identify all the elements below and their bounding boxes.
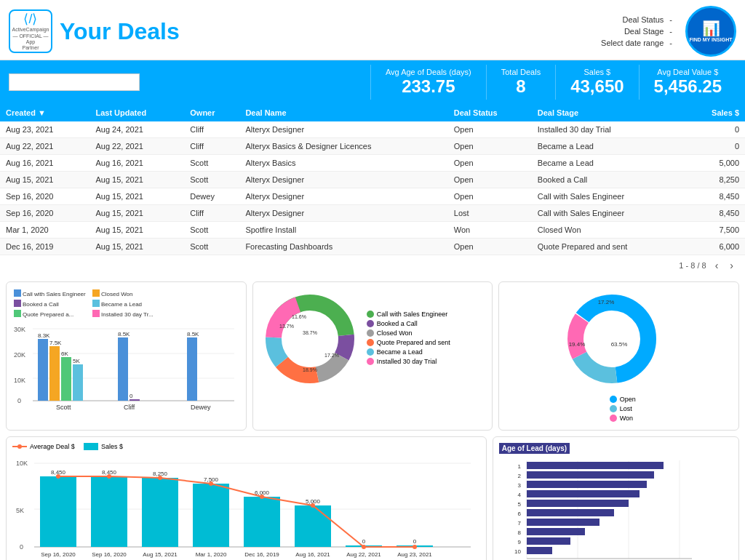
svg-text:17.2%: 17.2% bbox=[597, 299, 614, 305]
donut-chart2-box: 63.5% 19.4% 17.2% Open Lost Won bbox=[498, 281, 739, 431]
svg-point-88 bbox=[413, 545, 417, 549]
svg-text:17.2%: 17.2% bbox=[324, 353, 339, 358]
svg-rect-10 bbox=[92, 310, 100, 317]
svg-rect-75 bbox=[295, 505, 331, 547]
table-body: Aug 23, 2021Aug 24, 2021CliffAlteryx Des… bbox=[0, 121, 745, 255]
col-sales[interactable]: Sales $ bbox=[685, 104, 745, 121]
svg-rect-125 bbox=[527, 547, 552, 554]
horiz-chart-title: Age of Lead (days) bbox=[499, 443, 570, 454]
svg-point-85 bbox=[260, 495, 264, 499]
svg-text:0: 0 bbox=[20, 543, 23, 551]
svg-rect-67 bbox=[91, 476, 127, 547]
svg-text:63.5%: 63.5% bbox=[610, 341, 627, 348]
col-owner[interactable]: Owner bbox=[184, 104, 239, 121]
svg-text:9: 9 bbox=[517, 539, 521, 545]
table-row[interactable]: Aug 16, 2021Aug 16, 2021ScottAlteryx Bas… bbox=[0, 155, 745, 172]
svg-text:5: 5 bbox=[517, 501, 521, 508]
donut-chart2-svg: 63.5% 19.4% 17.2% bbox=[561, 288, 677, 390]
svg-text:Quote Prepared a...: Quote Prepared a... bbox=[23, 311, 73, 318]
svg-text:3: 3 bbox=[517, 482, 521, 489]
svg-rect-107 bbox=[527, 462, 664, 469]
prev-page-button[interactable]: ‹ bbox=[712, 258, 722, 273]
deal-status-filter: Deal Status - bbox=[591, 15, 672, 24]
table-row[interactable]: Sep 16, 2020Aug 15, 2021DeweyAlteryx Des… bbox=[0, 188, 745, 205]
total-deals-stat: Total Deals 8 bbox=[486, 65, 555, 100]
svg-rect-24 bbox=[61, 357, 71, 401]
svg-text:Dec 16, 2019: Dec 16, 2019 bbox=[244, 551, 279, 558]
table-row[interactable]: Sep 16, 2020Aug 15, 2021CliffAlteryx Des… bbox=[0, 205, 745, 222]
svg-text:30K: 30K bbox=[14, 326, 25, 333]
svg-text:4: 4 bbox=[517, 492, 521, 498]
svg-rect-2 bbox=[14, 300, 21, 307]
svg-text:Sep 16, 2020: Sep 16, 2020 bbox=[92, 551, 127, 558]
svg-point-81 bbox=[56, 474, 60, 479]
svg-text:20K: 20K bbox=[14, 351, 25, 359]
svg-text:Aug 22, 2021: Aug 22, 2021 bbox=[346, 551, 381, 558]
svg-text:10K: 10K bbox=[16, 460, 28, 467]
col-deal-stage[interactable]: Deal Stage bbox=[532, 104, 685, 121]
donut-chart1-svg: 38.7% 13.7% 11.6% 18.9% 17.2% bbox=[259, 288, 361, 390]
svg-rect-26 bbox=[73, 364, 83, 401]
header-right-area: Deal Status - Deal Stage - Select date r… bbox=[591, 6, 736, 57]
logo-icon: ⟨/⟩ bbox=[23, 11, 37, 27]
svg-rect-34 bbox=[187, 337, 197, 401]
svg-rect-0 bbox=[14, 289, 21, 297]
header: ⟨/⟩ ActiveCampaign — OFFICIAL — App Part… bbox=[0, 0, 745, 60]
svg-point-82 bbox=[107, 474, 111, 479]
next-page-button[interactable]: › bbox=[727, 258, 736, 273]
stats-items: Avg Age of Deals (days) 233.75 Total Dea… bbox=[140, 65, 736, 100]
svg-rect-6 bbox=[14, 310, 21, 317]
bar-chart-box: Call with Sales Engineer Booked a Call C… bbox=[6, 281, 247, 431]
svg-text:Mar 1, 2020: Mar 1, 2020 bbox=[196, 551, 227, 558]
horiz-bar-chart-svg: 0 200 400 600 1 2 3 4 5 6 7 bbox=[499, 457, 703, 560]
svg-point-84 bbox=[209, 481, 213, 486]
pipeline-select[interactable]: Pipeline Name ▼ bbox=[9, 73, 140, 91]
deal-stage-filter: Deal Stage - bbox=[591, 27, 672, 36]
table-header: Created ▼ Last Updated Owner Deal Name D… bbox=[0, 104, 745, 121]
svg-text:Dewey: Dewey bbox=[191, 404, 211, 411]
page-title: Your Deals bbox=[60, 18, 180, 45]
line-bar-legend: Average Deal $ Sales $ bbox=[12, 443, 480, 450]
table-row[interactable]: Aug 22, 2021Aug 22, 2021CliffAlteryx Bas… bbox=[0, 138, 745, 155]
svg-rect-65 bbox=[40, 476, 76, 547]
donut-chart1-box: 38.7% 13.7% 11.6% 18.9% 17.2% Call with … bbox=[252, 281, 493, 431]
svg-text:Booked a Call: Booked a Call bbox=[23, 301, 59, 308]
svg-text:Became a Lead: Became a Lead bbox=[101, 301, 142, 308]
header-left: ⟨/⟩ ActiveCampaign — OFFICIAL — App Part… bbox=[9, 9, 180, 53]
pagination-text: 1 - 8 / 8 bbox=[679, 261, 706, 270]
svg-text:38.7%: 38.7% bbox=[303, 330, 317, 335]
table-row[interactable]: Aug 15, 2021Aug 15, 2021ScottAlteryx Des… bbox=[0, 172, 745, 188]
col-deal-name[interactable]: Deal Name bbox=[239, 104, 447, 121]
sales-legend: Sales $ bbox=[84, 443, 123, 450]
table-row[interactable]: Dec 16, 2019Aug 15, 2021ScottForecasting… bbox=[0, 239, 745, 255]
svg-text:Cliff: Cliff bbox=[124, 404, 135, 411]
svg-point-57 bbox=[17, 444, 22, 449]
svg-text:5K: 5K bbox=[16, 507, 24, 514]
line-bar-chart-svg: 10K 5K 0 8,450 8,450 8,250 7,500 6,000 5… bbox=[12, 455, 478, 560]
col-created[interactable]: Created ▼ bbox=[0, 104, 89, 121]
svg-rect-113 bbox=[527, 490, 640, 497]
table-row[interactable]: Mar 1, 2020Aug 15, 2021ScottSpotfire Ins… bbox=[0, 222, 745, 239]
svg-text:Aug 16, 2021: Aug 16, 2021 bbox=[295, 551, 330, 558]
chart-icon: 📊 bbox=[702, 20, 720, 37]
charts-row-2: Average Deal $ Sales $ 10K 5K 0 8,450 8,… bbox=[0, 433, 745, 560]
bar-chart-svg: Call with Sales Engineer Booked a Call C… bbox=[12, 288, 238, 412]
col-deal-status[interactable]: Deal Status bbox=[448, 104, 532, 121]
col-last-updated[interactable]: Last Updated bbox=[89, 104, 184, 121]
svg-rect-31 bbox=[130, 399, 140, 401]
deals-table-container: Created ▼ Last Updated Owner Deal Name D… bbox=[0, 104, 745, 255]
svg-rect-22 bbox=[49, 346, 60, 401]
horiz-bar-chart-box: Age of Lead (days) 0 200 400 600 1 2 3 4… bbox=[493, 436, 739, 560]
table-row[interactable]: Aug 23, 2021Aug 24, 2021CliffAlteryx Des… bbox=[0, 121, 745, 138]
avg-age-stat: Avg Age of Deals (days) 233.75 bbox=[370, 65, 486, 100]
pagination: 1 - 8 / 8 ‹ › bbox=[0, 255, 745, 276]
svg-rect-73 bbox=[244, 497, 280, 547]
svg-text:8.5K: 8.5K bbox=[118, 331, 130, 337]
svg-rect-115 bbox=[527, 500, 629, 507]
svg-rect-111 bbox=[527, 481, 647, 488]
svg-text:Closed Won: Closed Won bbox=[101, 291, 132, 297]
find-insight-button[interactable]: 📊 FIND MY INSIGHT bbox=[685, 6, 736, 57]
svg-rect-109 bbox=[527, 471, 654, 479]
donut-chart1-legend: Call with Sales Engineer Booked a Call C… bbox=[367, 311, 450, 367]
svg-text:0: 0 bbox=[362, 538, 366, 545]
